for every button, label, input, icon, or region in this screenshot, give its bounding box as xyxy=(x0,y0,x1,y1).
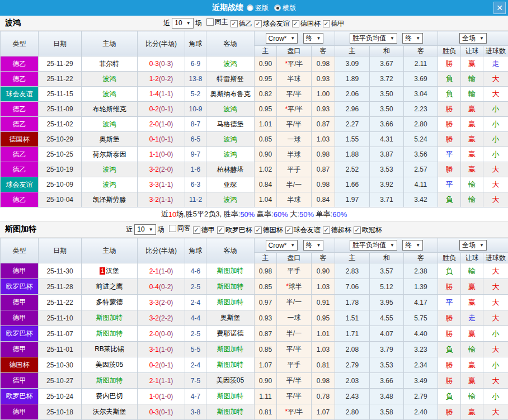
competition-checkbox[interactable]: ✓德甲 xyxy=(323,19,345,29)
handicap-cell: 平/半 xyxy=(277,373,312,389)
score-cell: 3-2(2-2) xyxy=(138,310,185,326)
avg-away-cell: 2.38 xyxy=(404,263,438,279)
away-odds-cell: 1.01 xyxy=(312,326,335,342)
competition-checkbox[interactable]: ✓德甲 xyxy=(193,225,215,235)
away-team-cell: 斯图加特 xyxy=(206,342,255,357)
col-type: 类型 xyxy=(1,31,39,56)
corners-cell: 2-4 xyxy=(185,295,206,310)
home-odds-cell: 1.01 xyxy=(255,117,277,132)
sub-asian: 让球 xyxy=(461,253,483,263)
competition-cell: 德乙 xyxy=(1,72,39,87)
date-cell: 25-11-30 xyxy=(39,263,82,279)
recent-count-select[interactable]: 10 ▼ xyxy=(172,18,193,29)
halftime-score: (2-0) xyxy=(159,166,173,173)
away-team-cell: 斯图加特 xyxy=(206,263,255,279)
same-side-checkbox-label: 同主 xyxy=(215,17,228,27)
home-odds-cell: 0.81 xyxy=(255,404,277,420)
result-goals-cell: 大 xyxy=(483,310,508,326)
halftime-score: (1-0) xyxy=(159,393,173,400)
home-team-name: 波鸿 xyxy=(103,120,116,128)
competition-cell: 德乙 xyxy=(1,56,39,72)
avg-stage-select[interactable]: 终▼ xyxy=(402,240,423,251)
corners-cell: 2-5 xyxy=(185,326,206,342)
same-side-checkbox[interactable]: 同客 xyxy=(169,224,191,233)
recent-count-select[interactable]: 10 ▼ xyxy=(134,224,156,235)
halftime-score: (0-2) xyxy=(159,283,173,291)
home-odds-cell: 0.87 xyxy=(255,326,277,342)
sub-goals: 进球数 xyxy=(483,253,508,263)
avg-draw-cell: 3.66 xyxy=(370,373,404,389)
result-wdl-cell: 勝 xyxy=(438,117,461,132)
home-team-name: 美因茨05 xyxy=(96,361,123,369)
corners-cell: 1-6 xyxy=(185,162,206,177)
competition-checkbox[interactable]: ✓球会友谊 xyxy=(255,19,290,29)
same-side-checkbox[interactable]: 同主 xyxy=(206,17,228,27)
bookmaker-select[interactable]: Crow*▼ xyxy=(266,240,298,251)
competition-checkbox[interactable]: ✓欧罗巴杯 xyxy=(217,225,252,235)
away-team-name: 波鸿 xyxy=(224,135,237,143)
away-team-cell: 波鸿 xyxy=(206,102,255,117)
competition-checkbox[interactable]: ✓欧冠杯 xyxy=(354,225,382,235)
result-handicap-cell: 赢 xyxy=(461,147,483,162)
away-team-cell: 斯图加特 xyxy=(206,279,255,295)
horizontal-layout-label: 横版 xyxy=(283,3,296,13)
col-date: 日期 xyxy=(39,31,82,56)
competition-checkbox[interactable]: ✓球会友谊 xyxy=(285,225,321,235)
wdl-average-select[interactable]: 胜平负均值▼ xyxy=(350,33,397,44)
result-goals-cell: 大 xyxy=(483,373,508,389)
col-away: 客场 xyxy=(206,238,255,263)
away-team-name: 斯图加特 xyxy=(217,298,244,306)
fulltime-score: 1-2 xyxy=(149,75,159,83)
date-cell: 25-11-07 xyxy=(39,326,82,342)
home-odds-cell: 1.07 xyxy=(255,357,277,373)
result-handicap-cell: 輸 xyxy=(461,87,483,102)
home-team-name: 波鸿 xyxy=(103,90,116,98)
competition-checkbox[interactable]: ✓德超杯 xyxy=(323,225,351,235)
avg-stage-select[interactable]: 终▼ xyxy=(402,33,423,44)
odds-stage-select[interactable]: 终▼ xyxy=(303,33,324,44)
odds-stage-select[interactable]: 终▼ xyxy=(303,240,324,251)
vertical-layout-radio[interactable]: 竖版 xyxy=(247,3,269,13)
away-team-cell: 波鸿 xyxy=(206,56,255,72)
away-team-name: 波鸿 xyxy=(224,196,237,204)
close-button[interactable]: ✕ xyxy=(493,2,506,14)
full-match-select[interactable]: 全场▼ xyxy=(459,240,487,251)
table-row: 欧罗巴杯25-10-24费内巴切1-0(1-0)4-7斯图加特1.11平/半0.… xyxy=(1,389,508,404)
summary-text: 60% xyxy=(332,210,347,219)
home-team-cell: 波鸿 xyxy=(82,72,138,87)
full-match-select[interactable]: 全场▼ xyxy=(459,33,487,44)
result-handicap-cell: 輸 xyxy=(461,177,483,192)
result-goals-cell: 小 xyxy=(483,326,508,342)
halftime-score: (0-1) xyxy=(159,361,173,369)
competition-checkbox-label: 德甲 xyxy=(331,19,345,29)
score-cell: 1-2(0-2) xyxy=(138,72,185,87)
away-team-name: 柏林赫塔 xyxy=(217,166,244,173)
handicap-cell: 半球 xyxy=(277,192,312,207)
away-team-cell: 奥斯纳布鲁克 xyxy=(206,87,255,102)
col-away: 客场 xyxy=(206,31,255,56)
corners-cell: 6-5 xyxy=(185,132,206,147)
home-team-cell: 美因茨05 xyxy=(82,357,138,373)
competition-checkbox[interactable]: ✓德乙 xyxy=(231,19,252,29)
home-team-name: 汉堡 xyxy=(106,267,119,275)
bookmaker-select[interactable]: Crow*▼ xyxy=(266,33,298,44)
table-row: 德乙25-11-02波鸿2-0(1-0)8-7马格德堡1.01平/半0.872.… xyxy=(1,117,508,132)
competition-checkbox[interactable]: ✓德国杯 xyxy=(255,225,283,235)
corners-cell: 8-7 xyxy=(185,117,206,132)
wdl-average-select[interactable]: 胜平负均值▼ xyxy=(350,240,397,251)
away-odds-cell: 0.98 xyxy=(312,177,335,192)
avg-home-cell: 2.08 xyxy=(335,342,370,357)
summary-text: 50% xyxy=(240,210,255,219)
competition-checkbox[interactable]: ✓德国杯 xyxy=(292,19,321,29)
corners-cell: 11-2 xyxy=(185,192,206,207)
date-cell: 25-11-15 xyxy=(39,87,82,102)
avg-home-cell: 1.88 xyxy=(335,147,370,162)
horizontal-layout-radio[interactable]: 横版 xyxy=(274,3,296,13)
result-goals-cell: 大 xyxy=(483,87,508,102)
halftime-score: (2-2) xyxy=(159,314,173,322)
halftime-score: (1-1) xyxy=(159,377,173,385)
avg-draw-cell: 3.48 xyxy=(370,389,404,404)
away-odds-cell: 0.90 xyxy=(312,263,335,279)
away-odds-cell: 0.98 xyxy=(312,147,335,162)
summary-text: 大: xyxy=(288,209,299,219)
